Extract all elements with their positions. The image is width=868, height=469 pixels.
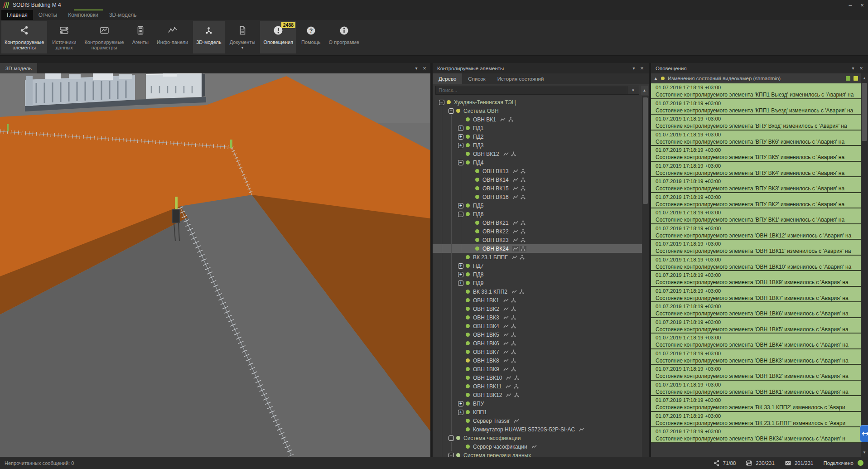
notification-item[interactable]: 01.07.2019 17:18:19 +03:00Состояние конт… — [651, 381, 861, 396]
chart-icon[interactable] — [512, 246, 519, 251]
3d-scene[interactable] — [0, 73, 430, 457]
collapse-expander-icon[interactable]: − — [448, 108, 454, 114]
expand-expander-icon[interactable]: + — [458, 263, 463, 269]
chart-icon[interactable] — [506, 392, 512, 398]
chart-icon[interactable] — [512, 237, 519, 243]
tree-item[interactable]: ОВН 1ВК11 — [433, 382, 642, 391]
tree-item[interactable]: +ПД3 — [433, 141, 642, 150]
tree-item[interactable]: +ПД5 — [433, 201, 642, 210]
tree-item[interactable]: ОВН ВК16 — [433, 193, 642, 201]
menu-tab-model3d[interactable]: 3D-модель — [104, 10, 142, 20]
toolbar-button-model-3d[interactable]: 3D-модель — [193, 21, 224, 53]
search-input[interactable] — [436, 87, 627, 93]
notification-item[interactable]: 01.07.2019 17:18:19 +03:00Состояние конт… — [651, 162, 861, 178]
chart-icon[interactable] — [503, 324, 509, 329]
chart-icon[interactable] — [503, 358, 509, 363]
tree-item[interactable]: −ПД4 — [433, 158, 642, 167]
expand-expander-icon[interactable]: + — [458, 410, 463, 415]
tree-item[interactable]: ОВН 1ВК2 — [433, 305, 642, 313]
minimize-button[interactable]: – — [844, 0, 856, 10]
tree-item[interactable]: −Хуадянь-Тенинская ТЭЦ — [433, 98, 642, 106]
hierarchy-icon[interactable] — [511, 298, 517, 303]
chart-icon[interactable] — [503, 349, 509, 355]
collapse-expander-icon[interactable]: − — [439, 100, 444, 105]
chart-icon[interactable] — [512, 194, 519, 200]
notification-item[interactable]: 01.07.2019 17:18:19 +03:00Состояние конт… — [651, 146, 861, 162]
notifications-panel-menu-icon[interactable]: ▾ — [849, 66, 857, 71]
expand-expander-icon[interactable]: + — [458, 272, 463, 277]
notifications-scroll-down-icon[interactable]: ▼ — [861, 449, 868, 456]
notification-item[interactable]: 01.07.2019 17:18:19 +03:00Состояние конт… — [651, 396, 861, 412]
chart-icon[interactable] — [511, 255, 518, 260]
chart-icon[interactable] — [512, 186, 519, 191]
notification-item[interactable]: 01.07.2019 17:18:19 +03:00Состояние конт… — [651, 271, 861, 287]
search-filter-icon[interactable]: ▼ — [627, 86, 639, 95]
tree-scroll-up-icon[interactable]: ▲ — [641, 86, 648, 95]
expand-expander-icon[interactable]: + — [458, 143, 463, 148]
notification-item[interactable]: 01.07.2019 17:18:19 +03:00Состояние конт… — [651, 208, 861, 224]
tree-item[interactable]: ОВН 1ВК9 — [433, 365, 642, 373]
notification-item[interactable]: 01.07.2019 17:18:19 +03:00Состояние конт… — [651, 115, 861, 131]
toolbar-button-controlled-params[interactable]: Контролируемыепараметры — [81, 21, 127, 53]
remote-access-icon[interactable] — [860, 425, 868, 442]
hierarchy-icon[interactable] — [520, 194, 526, 200]
ack-yellow-button[interactable] — [854, 76, 858, 81]
tree-item[interactable]: ОВН ВК1 — [433, 115, 642, 124]
tree-item[interactable]: ОВН ВК24 — [433, 244, 642, 253]
tree-item[interactable]: Сервер часофикации — [433, 442, 642, 451]
toolbar-button-data-sources[interactable]: Источникиданных — [49, 21, 79, 53]
notification-item[interactable]: 01.07.2019 17:18:19 +03:00Состояние конт… — [651, 302, 861, 318]
tree-item[interactable]: +ПД2 — [433, 132, 642, 141]
viewport-panel-menu-icon[interactable]: ▾ — [412, 66, 420, 71]
chart-icon[interactable] — [503, 332, 509, 338]
ack-green-button[interactable] — [846, 76, 850, 81]
tree-item[interactable]: −Система ОВН — [433, 106, 642, 115]
chart-icon[interactable] — [506, 375, 512, 381]
notification-item[interactable]: 01.07.2019 17:18:19 +03:00Состояние конт… — [651, 83, 861, 99]
hierarchy-icon[interactable] — [511, 358, 517, 363]
viewport-tab[interactable]: 3D-модель — [0, 63, 37, 73]
collapse-expander-icon[interactable]: − — [458, 212, 463, 217]
notification-item[interactable]: 01.07.2019 17:18:19 +03:00Состояние конт… — [651, 287, 861, 303]
hierarchy-icon[interactable] — [511, 349, 517, 355]
tree-item[interactable]: ОВН 1ВК1 — [433, 296, 642, 305]
notifications-panel-close-icon[interactable]: × — [857, 65, 865, 72]
tree-item[interactable]: +ПД7 — [433, 261, 642, 270]
tree-item[interactable]: ОВН 1ВК7 — [433, 348, 642, 356]
tree-item[interactable]: Сервер Trassir — [433, 416, 642, 425]
dropdown-arrow-icon[interactable]: ▾ — [241, 46, 243, 50]
notifications-scroll-up-icon[interactable]: ▲ — [861, 74, 868, 82]
hierarchy-icon[interactable] — [519, 289, 525, 295]
hierarchy-icon[interactable] — [520, 186, 526, 191]
tree-item[interactable]: ОВН 1ВК10 — [433, 373, 642, 382]
tab-История состояний[interactable]: История состояний — [492, 73, 550, 84]
hierarchy-icon[interactable] — [511, 306, 517, 312]
expand-expander-icon[interactable]: + — [458, 126, 463, 131]
elements-panel-close-icon[interactable]: × — [638, 65, 646, 72]
chart-icon[interactable] — [503, 298, 509, 303]
toolbar-button-info-panels[interactable]: Инфо-панели — [154, 21, 191, 53]
hierarchy-icon[interactable] — [520, 229, 526, 234]
notification-item[interactable]: 01.07.2019 17:18:19 +03:00Состояние конт… — [651, 99, 861, 115]
chart-icon[interactable] — [512, 169, 519, 174]
hierarchy-icon[interactable] — [520, 246, 526, 251]
tree-scrollbar-thumb[interactable] — [643, 97, 648, 204]
elements-panel-menu-icon[interactable]: ▾ — [630, 66, 638, 71]
notification-item[interactable]: 01.07.2019 17:18:19 +03:00Состояние конт… — [651, 177, 861, 193]
toolbar-button-about[interactable]: О программе — [326, 21, 362, 53]
expand-expander-icon[interactable]: + — [458, 203, 463, 208]
collapse-expander-icon[interactable]: − — [458, 160, 463, 165]
hierarchy-icon[interactable] — [511, 367, 517, 372]
notifications-scrollbar[interactable]: ▲ ▼ — [861, 73, 868, 457]
hierarchy-icon[interactable] — [520, 177, 526, 183]
toolbar-button-alerts[interactable]: Оповещения2488 — [260, 21, 296, 53]
tree-item[interactable]: ОВН ВК15 — [433, 184, 642, 193]
tree-item[interactable]: ОВН 1ВК6 — [433, 339, 642, 348]
expand-expander-icon[interactable]: + — [458, 134, 463, 140]
tab-Список[interactable]: Список — [462, 73, 491, 84]
tree-item[interactable]: +ПД8 — [433, 270, 642, 279]
toolbar-button-agents[interactable]: Агенты — [129, 21, 152, 53]
tree-item[interactable]: ОВН 1ВК8 — [433, 356, 642, 365]
tree-item[interactable]: ВК 23.1 БППГ — [433, 253, 642, 261]
expand-expander-icon[interactable]: + — [458, 401, 463, 406]
